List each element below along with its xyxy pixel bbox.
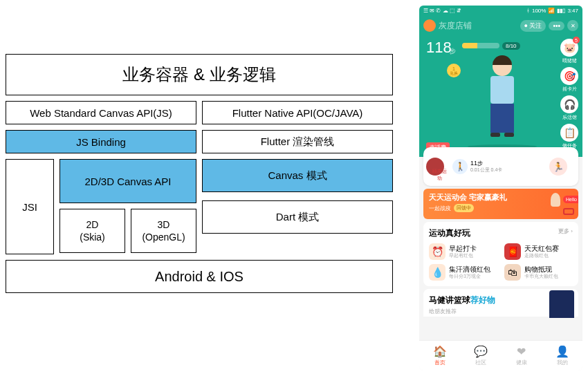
goal-badge: 8/10 [502,42,520,50]
app-header: 灰度店铺 ● 关注 ••• ✕ [419,15,582,36]
battery-icon: ▮▮▯ [557,8,565,14]
fun-item-title-0: 早起打卡 [449,245,477,253]
box-canvas-mode: Canvas 模式 [202,159,393,192]
tab-2[interactable]: ❤健康 [501,341,542,370]
tab-icon-3: 👤 [555,345,569,358]
fun-item-title-2: 集汗滴领红包 [449,265,490,274]
fun-item-sub-2: 每日分3万现金 [449,274,490,279]
step-unit: 步 [450,47,456,56]
recommend-title-a: 马健讲篮球 [429,295,470,305]
status-icons-left: ☰ ✉ ✆ ☁ ⬚ ⇵ [423,8,461,14]
tab-icon-2: ❤ [517,345,526,358]
shop-name[interactable]: 灰度店铺 [439,20,517,32]
signal-icon: 📶 [548,8,555,14]
fun-more-link[interactable]: 更多 › [558,227,573,235]
banner-button[interactable]: 回馈中 [454,204,474,212]
step-count: 118 [426,39,452,57]
box-web-canvas-api: Web Standard Canvas API(JS) [6,101,196,124]
fun-section: 运动真好玩 更多 › ⏰早起打卡早起有红包🧧天天红包赛走路领红包💧集汗滴领红包每… [423,222,578,286]
battery-percent: 100% [532,8,546,14]
side-icon-0[interactable]: 🐷5 [560,39,578,57]
tab-label-3: 我的 [557,359,568,366]
promo-banner[interactable]: 天天运动会 宅家赢豪礼 一起战疫 回馈中 Hello [423,189,578,219]
follow-button[interactable]: ● 关注 [520,20,546,32]
box-business: 业务容器 & 业务逻辑 [6,54,393,95]
close-button[interactable]: ✕ [567,20,578,31]
tab-bar: 🏠首页💬社区❤健康👤我的 [419,340,582,370]
avatar-label: 顾友运动 [430,168,448,182]
side-icon-label-0: 喂猪猪 [560,57,578,64]
tab-label-2: 健康 [516,359,527,366]
fun-item-icon-1: 🧧 [504,243,521,260]
tab-icon-1: 💬 [474,345,488,358]
character-illustration [485,57,520,153]
tab-0[interactable]: 🏠首页 [419,341,460,370]
fun-item-icon-3: 🛍 [504,264,521,281]
banner-subtitle: 一起战疫 [429,205,451,212]
coin-bubble[interactable]: 1 兑换 [447,64,461,77]
side-icon-2[interactable]: 🎧 [560,95,578,113]
fun-item-3[interactable]: 🛍购物抵现卡币充大额红包 [504,264,573,281]
tab-label-0: 首页 [434,359,445,366]
box-platform: Android & IOS [6,260,393,293]
shop-avatar[interactable] [423,19,436,32]
fun-section-title: 运动真好玩 [429,228,470,238]
side-icon-1[interactable]: 🎯 [560,67,578,85]
box-3d-opengl: 3D (OpenGL) [131,209,196,253]
side-icon-column: 🐷5喂猪猪🎯摇卡片🎧乐活馆📋做任务 [560,39,578,149]
hero-area: 118 步 8/10 1 兑换 🐷5喂猪猪🎯摇卡片🎧乐活馆📋做任务 查话费 [419,36,582,157]
box-js-binding: JS Binding [6,130,196,153]
box-jsi: JSI [6,159,54,254]
box-dart-mode: Dart 模式 [202,200,393,234]
architecture-diagram: 业务容器 & 业务逻辑 Web Standard Canvas API(JS) … [6,54,393,293]
box-2d-skia: 2D (Skia) [59,209,125,253]
run-icon[interactable]: 🏃 [549,158,567,176]
status-bar: ☰ ✉ ✆ ☁ ⬚ ⇵ ᚼ 100% 📶 ▮▮▯ 3:47 [419,6,582,15]
banner-tag: Hello [563,196,578,203]
walk-stats: 11步 0.01公里 0.4卡 [470,160,502,173]
box-flutter-pipeline: Flutter 渲染管线 [202,130,393,153]
clock: 3:47 [567,8,578,14]
bluetooth-icon: ᚼ [526,8,530,14]
tab-label-1: 社区 [475,359,486,366]
fun-item-sub-1: 走路领红包 [524,253,559,258]
fun-item-sub-3: 卡币充大额红包 [524,274,558,279]
phone-mockup: ☰ ✉ ✆ ☁ ⬚ ⇵ ᚼ 100% 📶 ▮▮▯ 3:47 灰度店铺 ● 关注 … [419,6,582,370]
fun-item-sub-0: 早起有红包 [449,253,477,258]
box-flutter-native-api: Flutter Native API(OC/JAVA) [202,101,393,124]
tab-1[interactable]: 💬社区 [460,341,501,370]
side-icon-label-2: 乐活馆 [560,114,578,121]
walk-icon: 🚶 [452,159,468,174]
recommend-title-b: 荐好物 [470,295,495,305]
recommend-portrait [549,290,574,318]
fun-item-title-3: 购物抵现 [524,265,558,274]
box-2d3d-canvas-api: 2D/3D Canvas API [59,159,196,203]
tab-3[interactable]: 👤我的 [542,341,582,370]
fun-item-1[interactable]: 🧧天天红包赛走路领红包 [504,243,573,260]
fun-item-title-1: 天天红包赛 [524,245,559,253]
fun-item-icon-2: 💧 [429,264,445,281]
fun-item-0[interactable]: ⏰早起打卡早起有红包 [429,243,497,260]
progress-bar [462,43,499,48]
stats-card[interactable]: 顾友运动 🚶 11步 0.01公里 0.4卡 🏃 [423,147,578,186]
more-button[interactable]: ••• [549,21,564,30]
side-icon-3[interactable]: 📋 [560,124,578,142]
recommend-section[interactable]: 马健讲篮球荐好物 给朋友推荐 [423,289,578,317]
fun-item-icon-0: ⏰ [429,243,445,260]
side-icon-label-1: 摇卡片 [560,86,578,93]
tab-icon-0: 🏠 [433,345,447,358]
fun-item-2[interactable]: 💧集汗滴领红包每日分3万现金 [429,264,497,281]
